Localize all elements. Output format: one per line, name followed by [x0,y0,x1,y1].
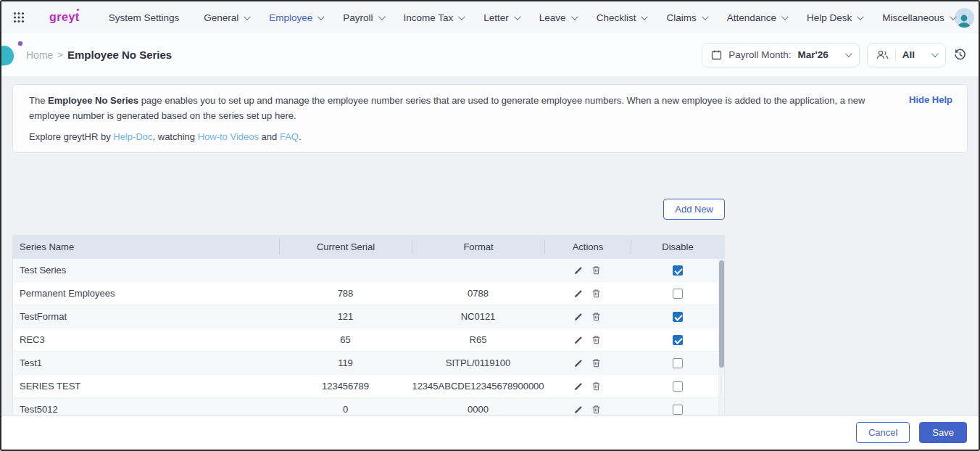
greythr-logo[interactable]: greyt [49,11,80,24]
breadcrumb-home-link[interactable]: Home [26,49,53,61]
hide-help-link[interactable]: Hide Help [909,94,952,105]
section-label: System Settings [109,12,180,23]
cell-format: NC0121 [412,311,544,322]
series-table: Series Name Current Serial Format Action… [12,235,725,415]
menu-leave[interactable]: Leave [539,12,576,23]
disable-checkbox[interactable] [673,381,683,392]
history-icon[interactable] [953,48,967,62]
cell-current-serial: 0 [279,404,412,415]
table-row: REC365R65 [13,328,724,352]
chevron-down-icon [931,50,939,57]
top-navigation-bar: greyt System Settings General Employee P… [1,1,979,33]
faq-link[interactable]: FAQ [280,131,299,142]
cell-format: 0788 [412,288,544,299]
help-doc-link[interactable]: Help-Doc [113,131,152,142]
disable-checkbox[interactable] [673,335,683,345]
mascot-dot-icon [17,41,22,46]
payroll-month-dropdown[interactable]: Payroll Month: Mar'26 [702,43,860,67]
col-header-series-name: Series Name [13,240,279,255]
logo-text: greyt [49,11,80,23]
table-row: Test501200000 [13,398,724,415]
table-row: SERIES TEST12345678912345ABCDE1234567890… [13,375,724,398]
save-button[interactable]: Save [919,422,967,443]
delete-icon[interactable] [591,405,601,414]
cell-actions [544,265,631,275]
edit-icon[interactable] [574,312,584,321]
edit-icon[interactable] [574,265,584,275]
col-header-actions: Actions [544,240,631,255]
chevron-down-icon [378,13,385,20]
table-row: Test Series [13,259,724,282]
delete-icon[interactable] [591,265,601,275]
disable-checkbox[interactable] [673,358,683,368]
cell-actions [544,335,631,344]
cell-series-name: Test Series [13,265,279,276]
cell-series-name: Test5012 [13,404,279,415]
pill-divider [895,49,896,62]
cell-actions [544,312,631,321]
add-new-button[interactable]: Add New [663,199,725,220]
calendar-icon [711,49,722,60]
menu-payroll[interactable]: Payroll [343,12,383,23]
menu-letter[interactable]: Letter [483,12,519,23]
cell-disable [631,310,724,322]
chevron-down-icon [781,13,789,20]
cell-disable [631,264,724,276]
edit-icon[interactable] [574,381,584,391]
cell-format: 12345ABCDE12345678900000 [412,381,544,392]
chevron-down-icon [845,50,852,57]
menu-miscellaneous[interactable]: Miscellaneous [882,12,955,23]
menu-income-tax[interactable]: Income Tax [404,12,464,23]
col-header-disable: Disable [631,240,724,255]
disable-checkbox[interactable] [673,265,683,276]
main-content: The Employee No Series page enables you … [1,77,979,415]
edit-icon[interactable] [574,358,584,368]
help-bold-title: Employee No Series [48,95,138,106]
breadcrumb-row: Home > Employee No Series Payroll Month:… [1,33,979,77]
table-row: Test1119SITPL/0119100 [13,352,724,375]
col-header-format: Format [412,240,544,255]
edit-icon[interactable] [574,289,584,298]
table-scrollbar-thumb[interactable] [719,260,724,368]
cell-series-name: REC3 [13,334,279,345]
menu-checklist[interactable]: Checklist [597,12,647,23]
mascot-icon [0,44,15,66]
cell-format: R65 [412,334,544,345]
cell-current-serial: 123456789 [279,381,412,392]
menu-general[interactable]: General [204,12,249,23]
user-avatar[interactable] [955,8,974,28]
chevron-down-icon [571,13,578,20]
disable-checkbox[interactable] [673,289,683,299]
disable-checkbox[interactable] [673,405,683,415]
delete-icon[interactable] [591,358,601,368]
table-header-row: Series Name Current Serial Format Action… [13,236,724,259]
how-to-videos-link[interactable]: How-to Videos [198,131,259,142]
filter-controls: Payroll Month: Mar'26 All [702,43,967,67]
menu-claims[interactable]: Claims [666,12,706,23]
menu-attendance[interactable]: Attendance [727,12,786,23]
chevron-down-icon [458,13,465,20]
chevron-down-icon [857,13,864,20]
cell-format: 0000 [412,404,544,415]
apps-grid-icon[interactable] [13,12,25,23]
cell-series-name: TestFormat [13,311,279,322]
disable-checkbox[interactable] [673,312,683,322]
breadcrumb-separator: > [57,49,63,60]
cell-actions [544,381,631,391]
delete-icon[interactable] [591,312,601,321]
cell-disable [631,287,724,299]
cell-series-name: SERIES TEST [13,381,279,392]
delete-icon[interactable] [591,335,601,344]
delete-icon[interactable] [591,381,601,391]
employee-filter-dropdown[interactable]: All [867,43,946,67]
cancel-button[interactable]: Cancel [856,422,910,443]
menu-employee[interactable]: Employee [269,12,323,23]
page-title: Employee No Series [67,49,172,61]
menu-help-desk[interactable]: Help Desk [807,12,862,23]
delete-icon[interactable] [591,289,601,298]
chevron-down-icon [641,13,648,20]
cell-current-serial: 65 [279,334,412,345]
edit-icon[interactable] [574,405,584,414]
edit-icon[interactable] [574,335,584,344]
table-row: Permanent Employees7880788 [13,282,724,305]
